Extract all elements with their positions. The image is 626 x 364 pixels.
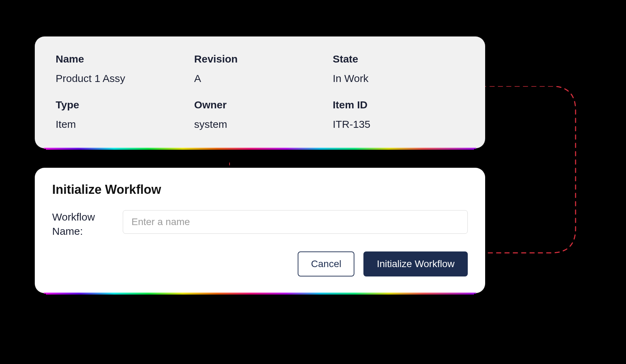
- info-cell-item-id: Item ID ITR-135: [333, 99, 464, 130]
- info-value: Item: [56, 118, 187, 130]
- item-details-card: Name Product 1 Assy Revision A State In …: [35, 36, 485, 148]
- info-cell-state: State In Work: [333, 53, 464, 84]
- initialize-workflow-modal: Initialize Workflow Workflow Name: Cance…: [35, 168, 485, 293]
- info-cell-type: Type Item: [56, 99, 187, 130]
- info-value: system: [194, 118, 326, 130]
- workflow-name-input[interactable]: [123, 210, 468, 234]
- info-cell-revision: Revision A: [194, 53, 326, 84]
- info-label: State: [333, 53, 464, 65]
- modal-button-row: Cancel Initialize Workflow: [52, 251, 468, 276]
- info-value: In Work: [333, 73, 464, 84]
- decorative-edge: [46, 149, 474, 150]
- workflow-name-row: Workflow Name:: [52, 210, 468, 238]
- info-cell-name: Name Product 1 Assy: [56, 53, 187, 84]
- info-label: Item ID: [333, 99, 464, 111]
- info-value: ITR-135: [333, 118, 464, 130]
- info-label: Type: [56, 99, 187, 111]
- info-label: Name: [56, 53, 187, 65]
- workflow-name-label: Workflow Name:: [52, 210, 113, 238]
- initialize-workflow-button[interactable]: Initialize Workflow: [363, 251, 468, 276]
- info-grid: Name Product 1 Assy Revision A State In …: [56, 53, 464, 130]
- info-label: Owner: [194, 99, 326, 111]
- layout-container: Name Product 1 Assy Revision A State In …: [35, 36, 485, 293]
- info-cell-owner: Owner system: [194, 99, 326, 130]
- info-value: A: [194, 73, 326, 84]
- decorative-edge: [46, 293, 474, 295]
- info-label: Revision: [194, 53, 326, 65]
- info-value: Product 1 Assy: [56, 73, 187, 84]
- cancel-button[interactable]: Cancel: [298, 251, 354, 276]
- modal-title: Initialize Workflow: [52, 182, 468, 197]
